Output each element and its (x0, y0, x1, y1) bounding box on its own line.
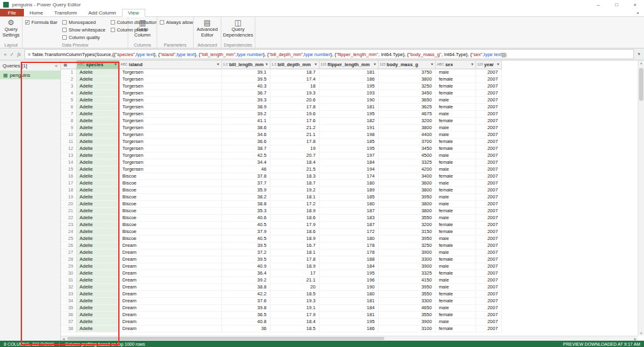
cell-sex[interactable]: male (435, 249, 475, 256)
cell-sex[interactable]: female (435, 325, 475, 332)
cell-sex[interactable]: male (435, 263, 475, 270)
cell-flipper_length_mm[interactable]: 178 (319, 249, 378, 256)
cell-bill_length_mm[interactable]: 40.3 (221, 82, 270, 89)
cell-sex[interactable]: female (435, 159, 475, 166)
cell-island[interactable]: Torgersen (119, 152, 221, 159)
row-number[interactable]: 35 (61, 304, 76, 311)
cell-bill_length_mm[interactable]: 46 (221, 166, 270, 173)
cell-sex[interactable]: female (435, 297, 475, 304)
cell-body_mass_g[interactable]: 4400 (378, 131, 435, 138)
scroll-up-icon[interactable]: ▲ (638, 61, 644, 65)
cell-island[interactable]: Torgersen (119, 96, 221, 103)
row-number[interactable]: 15 (61, 166, 76, 173)
checkbox-formula-bar[interactable]: Formula Bar (25, 19, 57, 25)
cell-year[interactable]: 2007 (475, 214, 501, 221)
cell-sex[interactable]: female (435, 290, 475, 297)
cell-body_mass_g[interactable]: 3200 (378, 221, 435, 228)
cell-island[interactable]: Dream (119, 256, 221, 263)
cell-year[interactable]: 2007 (475, 325, 501, 332)
cell-island[interactable]: Dream (119, 270, 221, 276)
collapse-pane-icon[interactable]: < (55, 63, 58, 69)
cell-island[interactable]: Dream (119, 325, 221, 332)
cell-species[interactable]: Adelie (76, 263, 119, 270)
cell-bill_depth_mm[interactable]: 17.6 (270, 117, 319, 124)
cell-body_mass_g[interactable]: 3200 (378, 117, 435, 124)
cell-year[interactable]: 2007 (475, 318, 501, 325)
cell-bill_length_mm[interactable]: 35.9 (221, 186, 270, 193)
cell-bill_depth_mm[interactable]: 17 (270, 270, 319, 276)
row-number[interactable]: 19 (61, 193, 76, 200)
row-number[interactable]: 5 (61, 96, 76, 103)
cell-sex[interactable]: female (435, 145, 475, 152)
cell-year[interactable]: 2007 (475, 173, 501, 179)
cell-body_mass_g[interactable]: 4650 (378, 304, 435, 311)
cell-island[interactable]: Biscoe (119, 173, 221, 179)
cell-body_mass_g[interactable]: 3325 (378, 270, 435, 276)
cell-year[interactable]: 2007 (475, 82, 501, 89)
cell-bill_length_mm[interactable]: 38.7 (221, 145, 270, 152)
cell-sex[interactable]: male (435, 214, 475, 221)
cell-bill_length_mm[interactable]: 37.6 (221, 297, 270, 304)
cell-bill_depth_mm[interactable]: 18.9 (270, 235, 319, 242)
cell-sex[interactable]: female (435, 207, 475, 214)
column-type-icon[interactable]: 1.2 (223, 62, 228, 66)
row-number[interactable]: 17 (61, 179, 76, 186)
cell-island[interactable]: Biscoe (119, 235, 221, 242)
cell-island[interactable]: Torgersen (119, 69, 221, 76)
cell-bill_depth_mm[interactable]: 18.6 (270, 228, 319, 235)
cell-sex[interactable]: male (435, 131, 475, 138)
cell-species[interactable]: Adelie (76, 124, 119, 131)
cell-flipper_length_mm[interactable]: 195 (319, 82, 378, 89)
cell-body_mass_g[interactable]: 3900 (378, 318, 435, 325)
cell-sex[interactable]: female (435, 173, 475, 179)
cell-bill_depth_mm[interactable]: 17.4 (270, 76, 319, 82)
cell-bill_depth_mm[interactable]: 19.3 (270, 297, 319, 304)
cell-flipper_length_mm[interactable]: 181 (319, 297, 378, 304)
cell-bill_depth_mm[interactable]: 17.8 (270, 138, 319, 145)
cell-bill_depth_mm[interactable]: 21.1 (270, 131, 319, 138)
cell-bill_length_mm[interactable]: 36.7 (221, 89, 270, 96)
cell-species[interactable]: Adelie (76, 256, 119, 263)
cell-island[interactable]: Biscoe (119, 179, 221, 186)
cell-island[interactable]: Dream (119, 290, 221, 297)
query-item-penguins[interactable]: ▦ penguins (0, 71, 60, 79)
cell-body_mass_g[interactable]: 3800 (378, 76, 435, 82)
cell-flipper_length_mm[interactable]: 196 (319, 276, 378, 283)
cell-bill_depth_mm[interactable]: 19.6 (270, 110, 319, 117)
cell-bill_depth_mm[interactable]: 18 (270, 82, 319, 89)
row-number[interactable]: 36 (61, 311, 76, 318)
cell-body_mass_g[interactable]: 3800 (378, 124, 435, 131)
cell-species[interactable]: Adelie (76, 159, 119, 166)
row-number[interactable]: 1 (61, 69, 76, 76)
cell-year[interactable]: 2007 (475, 76, 501, 82)
cell-island[interactable]: Dream (119, 297, 221, 304)
cell-flipper_length_mm[interactable]: 180 (319, 235, 378, 242)
cell-island[interactable]: Torgersen (119, 76, 221, 82)
cell-bill_length_mm[interactable]: 39.5 (221, 256, 270, 263)
cell-bill_depth_mm[interactable]: 20.6 (270, 96, 319, 103)
cell-island[interactable]: Dream (119, 242, 221, 249)
row-number[interactable]: 28 (61, 256, 76, 263)
cell-flipper_length_mm[interactable]: 180 (319, 200, 378, 207)
cell-sex[interactable]: female (435, 103, 475, 110)
cell-bill_depth_mm[interactable]: 18.4 (270, 318, 319, 325)
cell-sex[interactable]: male (435, 283, 475, 290)
vertical-scroll-thumb[interactable] (639, 68, 643, 101)
cell-body_mass_g[interactable]: 3550 (378, 214, 435, 221)
cell-year[interactable]: 2007 (475, 103, 501, 110)
column-type-icon[interactable]: 1.2 (272, 62, 277, 66)
cell-body_mass_g[interactable]: 3400 (378, 173, 435, 179)
cell-flipper_length_mm[interactable]: 185 (319, 138, 378, 145)
cell-bill_depth_mm[interactable]: 18.7 (270, 179, 319, 186)
cell-species[interactable]: Adelie (76, 207, 119, 214)
cell-species[interactable]: Adelie (76, 283, 119, 290)
cell-bill_length_mm[interactable]: 42.2 (221, 290, 270, 297)
cell-year[interactable]: 2007 (475, 249, 501, 256)
cell-flipper_length_mm[interactable]: 184 (319, 159, 378, 166)
cell-species[interactable]: Adelie (76, 242, 119, 249)
commit-formula-icon[interactable]: ✓ (10, 52, 14, 57)
filter-icon[interactable]: ▼ (216, 62, 219, 66)
row-number[interactable]: 9 (61, 124, 76, 131)
cell-species[interactable]: Adelie (76, 325, 119, 332)
cell-species[interactable]: Adelie (76, 166, 119, 173)
